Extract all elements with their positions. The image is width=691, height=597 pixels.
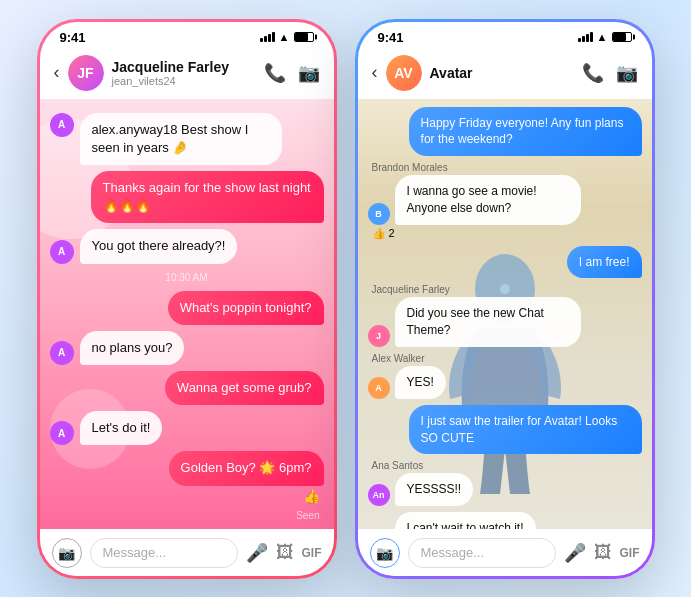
bubble: YES! <box>395 366 446 399</box>
list-item: What's poppin tonight? <box>168 291 324 325</box>
time-right: 9:41 <box>378 30 404 45</box>
video-icon-left[interactable]: 📷 <box>298 62 320 84</box>
chat-header-left: ‹ JF Jacqueline Farley jean_vilets24 📞 📷 <box>40 49 334 99</box>
message-input-left[interactable]: Message... <box>90 538 238 568</box>
reaction: 👍 <box>303 488 320 504</box>
left-phone: 9:41 ▲ ‹ JF <box>37 19 337 579</box>
bubble: Did you see the new Chat Theme? <box>395 297 582 347</box>
contact-info-left: Jacqueline Farley jean_vilets24 <box>112 59 256 87</box>
bubble: I can't wait to watch it! <box>395 512 536 528</box>
status-icons-left: ▲ <box>260 31 314 43</box>
gif-icon-left[interactable]: GIF <box>302 546 322 560</box>
list-item: Happy Friday everyone! Any fun plans for… <box>409 107 642 157</box>
avatar: A <box>50 240 74 264</box>
bubble: Thanks again for the show last night 🔥🔥🔥 <box>91 171 324 223</box>
camera-button-left[interactable]: 📷 <box>52 538 82 568</box>
contact-avatar-left: JF <box>68 55 104 91</box>
avatar: B <box>368 203 390 225</box>
list-item: Brandon Morales B I wanna go see a movie… <box>368 162 582 240</box>
bubble: no plans you? <box>80 331 185 365</box>
chat-header-right: ‹ AV Avatar 📞 📷 <box>358 49 652 99</box>
call-icon-left[interactable]: 📞 <box>264 62 286 84</box>
header-icons-left: 📞 📷 <box>264 62 320 84</box>
bubble: YESSSS!! <box>395 473 474 506</box>
mic-icon-right[interactable]: 🎤 <box>564 542 586 564</box>
battery-right <box>612 32 632 42</box>
sender-name: Alex Walker <box>368 353 446 364</box>
list-item: Jacqueline Farley J Did you see the new … <box>368 284 582 347</box>
bubble: What's poppin tonight? <box>168 291 324 325</box>
chat-area-right: Happy Friday everyone! Any fun plans for… <box>358 99 652 529</box>
reaction: 👍 2 <box>368 227 582 240</box>
bubble: I am free! <box>567 246 642 279</box>
back-button-left[interactable]: ‹ <box>54 62 60 83</box>
sender-name: Jacqueline Farley <box>368 284 582 295</box>
messages-left: A alex.anyway18 Best show I seen in year… <box>40 99 334 529</box>
sender-name: Brandon Morales <box>368 162 582 173</box>
input-icons-right: 🎤 🖼 GIF <box>564 542 640 564</box>
contact-name-right: Avatar <box>430 65 574 81</box>
battery-left <box>294 32 314 42</box>
input-placeholder-right: Message... <box>421 545 485 560</box>
list-item: Thanks again for the show last night 🔥🔥🔥 <box>91 171 324 223</box>
camera-button-right[interactable]: 📷 <box>370 538 400 568</box>
contact-subtitle-left: jean_vilets24 <box>112 75 256 87</box>
status-icons-right: ▲ <box>578 31 632 43</box>
list-item: Alex Walker A YES! <box>368 353 446 399</box>
gallery-icon-right[interactable]: 🖼 <box>594 542 612 563</box>
list-item: A no plans you? <box>50 331 185 365</box>
list-item: An I can't wait to watch it! <box>368 512 536 528</box>
signal-right <box>578 32 593 42</box>
avatar: A <box>368 377 390 399</box>
contact-name-left: Jacqueline Farley <box>112 59 256 75</box>
wifi-icon-right: ▲ <box>597 31 608 43</box>
bubble: Let's do it! <box>80 411 163 445</box>
list-item: Ana Santos An YESSSS!! <box>368 460 474 506</box>
bubble: alex.anyway18 Best show I seen in years … <box>80 113 283 165</box>
list-item: A You got there already?! <box>50 229 238 263</box>
list-item: I just saw the trailer for Avatar! Looks… <box>409 405 642 455</box>
time-left: 9:41 <box>60 30 86 45</box>
status-bar-left: 9:41 ▲ <box>40 22 334 49</box>
avatar: A <box>50 113 74 137</box>
message-input-right[interactable]: Message... <box>408 538 556 568</box>
bubble: You got there already?! <box>80 229 238 263</box>
input-icons-left: 🎤 🖼 GIF <box>246 542 322 564</box>
right-phone: 9:41 ▲ ‹ AV <box>355 19 655 579</box>
sender-name: Ana Santos <box>368 460 474 471</box>
mic-icon-left[interactable]: 🎤 <box>246 542 268 564</box>
input-bar-right: 📷 Message... 🎤 🖼 GIF <box>358 529 652 576</box>
bubble: Wanna get some grub? <box>165 371 324 405</box>
header-icons-right: 📞 📷 <box>582 62 638 84</box>
list-item: Golden Boy? 🌟 6pm? 👍 <box>50 451 324 503</box>
list-item: I am free! <box>567 246 642 279</box>
input-placeholder-left: Message... <box>103 545 167 560</box>
seen-indicator: Seen <box>296 510 319 521</box>
video-icon-right[interactable]: 📷 <box>616 62 638 84</box>
bubble: Golden Boy? 🌟 6pm? <box>169 451 324 485</box>
signal-left <box>260 32 275 42</box>
bubble: I wanna go see a movie! Anyone else down… <box>395 175 582 225</box>
avatar: An <box>368 484 390 506</box>
avatar: J <box>368 325 390 347</box>
gif-icon-right[interactable]: GIF <box>620 546 640 560</box>
contact-info-right: Avatar <box>430 65 574 81</box>
bubble: I just saw the trailer for Avatar! Looks… <box>409 405 642 455</box>
avatar: A <box>50 341 74 365</box>
list-item: Wanna get some grub? <box>165 371 324 405</box>
input-bar-left: 📷 Message... 🎤 🖼 GIF <box>40 529 334 576</box>
gallery-icon-left[interactable]: 🖼 <box>276 542 294 563</box>
back-button-right[interactable]: ‹ <box>372 62 378 83</box>
list-item: A Let's do it! <box>50 411 163 445</box>
chat-area-left: A alex.anyway18 Best show I seen in year… <box>40 99 334 529</box>
call-icon-right[interactable]: 📞 <box>582 62 604 84</box>
timestamp: 10:30 AM <box>165 272 207 283</box>
list-item: A alex.anyway18 Best show I seen in year… <box>50 113 283 165</box>
contact-avatar-right: AV <box>386 55 422 91</box>
status-bar-right: 9:41 ▲ <box>358 22 652 49</box>
avatar: A <box>50 421 74 445</box>
messages-right: Happy Friday everyone! Any fun plans for… <box>358 99 652 529</box>
bubble: Happy Friday everyone! Any fun plans for… <box>409 107 642 157</box>
wifi-icon-left: ▲ <box>279 31 290 43</box>
